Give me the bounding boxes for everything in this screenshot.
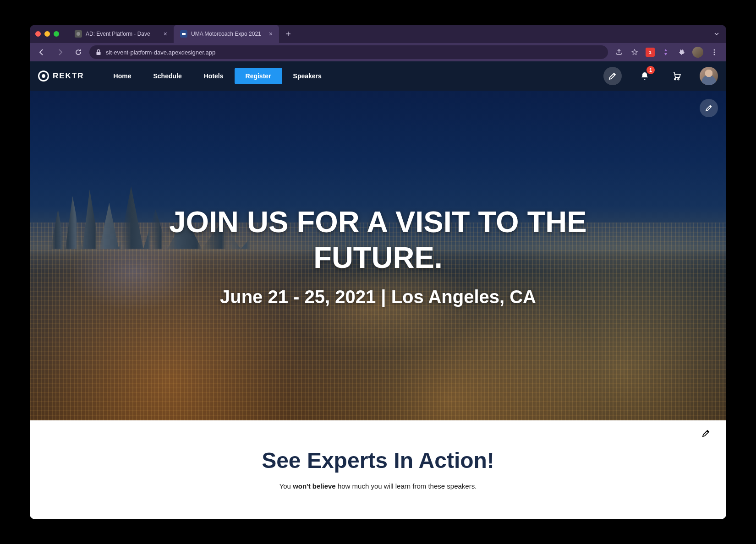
tab-dropdown-icon[interactable]	[713, 31, 720, 37]
browser-toolbar: sit-event-platform-dave.apexdesigner.app…	[30, 43, 726, 61]
svg-rect-1	[182, 33, 186, 35]
svg-point-3	[714, 49, 715, 51]
window-controls	[35, 31, 59, 37]
nav-link-speakers[interactable]: Speakers	[282, 68, 333, 84]
browser-tab-bar: AD: Event Platform - Dave × UMA Motorcoa…	[30, 25, 726, 43]
svg-point-0	[77, 32, 80, 36]
user-avatar[interactable]	[700, 67, 718, 85]
nav-link-register[interactable]: Register	[235, 68, 282, 84]
hero-section: JOIN US FOR A VISIT TO THE FUTURE. June …	[30, 91, 726, 420]
minimize-window-button[interactable]	[44, 31, 50, 37]
extension-icon[interactable]	[661, 48, 670, 57]
subtext-bold: won't believe	[293, 482, 336, 490]
logo-icon	[38, 71, 49, 82]
browser-tab-inactive[interactable]: AD: Event Platform - Dave ×	[68, 25, 174, 43]
hero-subtitle: June 21 - 25, 2021 | Los Angeles, CA	[220, 287, 536, 307]
lock-icon	[96, 49, 101, 55]
forward-button[interactable]	[53, 45, 67, 60]
cart-button[interactable]	[668, 67, 686, 85]
maximize-window-button[interactable]	[54, 31, 59, 37]
close-window-button[interactable]	[35, 31, 41, 37]
svg-rect-2	[97, 52, 101, 55]
page-content[interactable]: REKTR Home Schedule Hotels Register Spea…	[30, 61, 726, 519]
tab-title: AD: Event Platform - Dave	[86, 31, 150, 37]
favicon-icon	[180, 30, 187, 38]
url-text: sit-event-platform-dave.apexdesigner.app	[106, 49, 215, 56]
tab-title: UMA Motorcoach Expo 2021	[191, 31, 261, 37]
experts-section: See Experts In Action! You won't believe…	[30, 420, 726, 517]
app-navbar: REKTR Home Schedule Hotels Register Spea…	[30, 61, 726, 91]
share-icon[interactable]	[614, 48, 624, 57]
nav-link-hotels[interactable]: Hotels	[193, 68, 235, 84]
logo[interactable]: REKTR	[38, 71, 84, 82]
close-tab-icon[interactable]: ×	[164, 30, 167, 38]
svg-point-5	[714, 54, 715, 55]
nav-link-home[interactable]: Home	[103, 68, 142, 84]
nav-links: Home Schedule Hotels Register Speakers	[103, 68, 333, 84]
toolbar-actions: 1	[612, 47, 722, 58]
address-bar[interactable]: sit-event-platform-dave.apexdesigner.app	[89, 45, 608, 59]
nav-link-schedule[interactable]: Schedule	[142, 68, 192, 84]
back-button[interactable]	[34, 45, 49, 60]
hero-edit-button[interactable]	[700, 99, 718, 117]
browser-menu-icon[interactable]	[710, 48, 719, 57]
section-heading: See Experts In Action!	[48, 448, 708, 473]
extension-badge[interactable]: 1	[646, 48, 655, 57]
nav-actions: 1	[603, 67, 718, 85]
section-subtext: You won't believe how much you will lear…	[48, 482, 708, 490]
edit-button[interactable]	[603, 67, 622, 85]
browser-tab-active[interactable]: UMA Motorcoach Expo 2021 ×	[174, 25, 279, 43]
tab-strip: AD: Event Platform - Dave × UMA Motorcoa…	[68, 25, 295, 43]
reload-button[interactable]	[71, 45, 86, 60]
favicon-icon	[75, 30, 82, 38]
logo-text: REKTR	[53, 71, 84, 81]
new-tab-button[interactable]	[282, 27, 295, 40]
notification-badge: 1	[646, 66, 655, 74]
svg-point-4	[714, 52, 715, 53]
browser-window: AD: Event Platform - Dave × UMA Motorcoa…	[30, 25, 726, 519]
extension-badge-count: 1	[649, 50, 651, 54]
subtext-pre: You	[279, 482, 293, 490]
bookmark-star-icon[interactable]	[630, 48, 639, 57]
hero-title: JOIN US FOR A VISIT TO THE FUTURE.	[126, 204, 630, 276]
close-tab-icon[interactable]: ×	[269, 30, 273, 38]
extensions-puzzle-icon[interactable]	[677, 48, 686, 57]
subtext-post: how much you will learn from these speak…	[336, 482, 477, 490]
notifications-button[interactable]: 1	[635, 67, 654, 85]
section-edit-button[interactable]	[701, 429, 711, 438]
browser-profile-avatar[interactable]	[692, 47, 703, 58]
